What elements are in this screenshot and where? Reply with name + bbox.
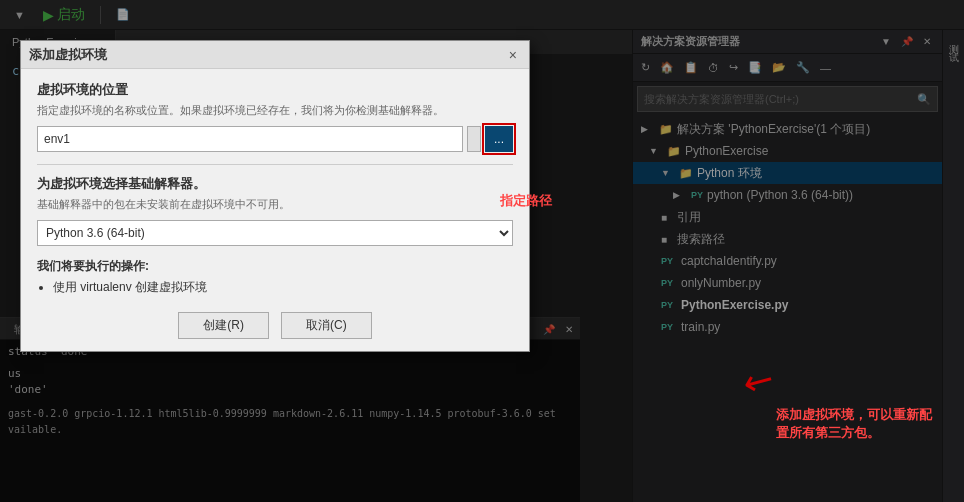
dialog-close-btn[interactable]: × [505,47,521,63]
location-input[interactable] [37,126,463,152]
cancel-btn[interactable]: 取消(C) [281,312,372,339]
dialog-btn-row: 创建(R) 取消(C) [37,312,513,339]
section1-desc: 指定虚拟环境的名称或位置。如果虚拟环境已经存在，我们将为你检测基础解释器。 [37,103,513,118]
right-callout: 添加虚拟环境，可以重新配置所有第三方包。 [776,406,936,442]
callout-label-path: 指定路径 [500,192,552,210]
action-list: 使用 virtualenv 创建虚拟环境 [53,279,513,296]
location-input-row: ... [37,126,513,152]
create-btn[interactable]: 创建(R) [178,312,269,339]
action-info: 我们将要执行的操作: [37,258,513,275]
browse-btn-1[interactable] [467,126,481,152]
action-item: 使用 virtualenv 创建虚拟环境 [53,279,513,296]
section2-title: 为虚拟环境选择基础解释器。 [37,175,513,193]
section2-desc: 基础解释器中的包在未安装前在虚拟环境中不可用。 [37,197,513,212]
add-venv-dialog: 添加虚拟环境 × 虚拟环境的位置 指定虚拟环境的名称或位置。如果虚拟环境已经存在… [20,40,530,352]
browse-btn-2[interactable]: ... [485,126,513,152]
dialog-divider [37,164,513,165]
interpreter-select[interactable]: Python 3.6 (64-bit) [37,220,513,246]
dialog-title: 添加虚拟环境 [29,46,107,64]
section1-title: 虚拟环境的位置 [37,81,513,99]
dialog-title-bar: 添加虚拟环境 × [21,41,529,69]
dialog-body: 虚拟环境的位置 指定虚拟环境的名称或位置。如果虚拟环境已经存在，我们将为你检测基… [21,69,529,351]
